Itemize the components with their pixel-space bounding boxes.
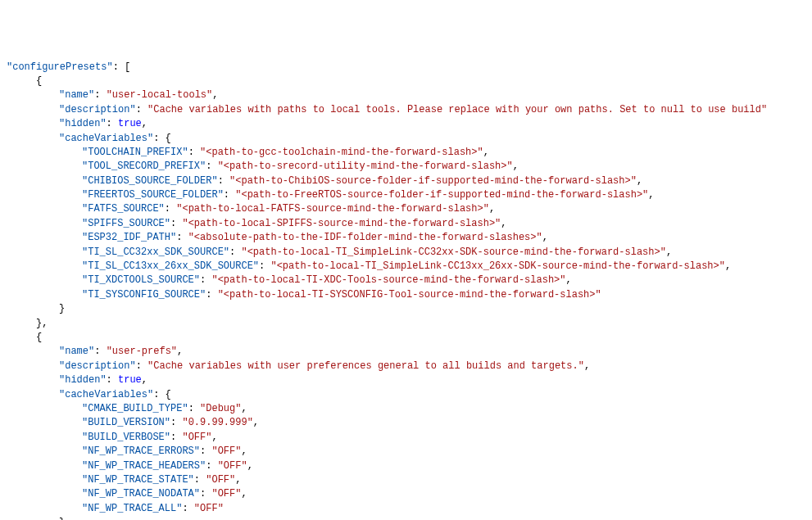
- cache-variable-line: "TOOLCHAIN_PREFIX": "<path-to-gcc-toolch…: [7, 146, 805, 160]
- cache-variable-line: "TI_SL_CC13xx_26xx_SDK_SOURCE": "<path-t…: [7, 260, 805, 274]
- cache-variable-line: "TI_SL_CC32xx_SDK_SOURCE": "<path-to-loc…: [7, 246, 805, 260]
- preset-cachevar-close: }: [7, 516, 805, 520]
- preset-open-brace: {: [7, 331, 805, 345]
- preset-name-line: "name": "user-prefs",: [7, 345, 805, 359]
- cache-variable-line: "SPIFFS_SOURCE": "<path-to-local-SPIFFS-…: [7, 217, 805, 231]
- preset-name-line: "name": "user-local-tools",: [7, 88, 805, 102]
- cache-variable-line: "TI_SYSCONFIG_SOURCE": "<path-to-local-T…: [7, 288, 805, 302]
- cache-variable-line: "NF_WP_TRACE_HEADERS": "OFF",: [7, 459, 805, 473]
- cache-variable-line: "ESP32_IDF_PATH": "<absolute-path-to-the…: [7, 231, 805, 245]
- cache-variable-line: "FREERTOS_SOURCE_FOLDER": "<path-to-Free…: [7, 188, 805, 202]
- cache-variable-line: "CMAKE_BUILD_TYPE": "Debug",: [7, 402, 805, 416]
- cache-variable-line: "NF_WP_TRACE_ERRORS": "OFF",: [7, 445, 805, 459]
- cache-variable-line: "TOOL_SRECORD_PREFIX": "<path-to-srecord…: [7, 160, 805, 174]
- preset-cachevar-close: }: [7, 302, 805, 316]
- cache-variable-line: "BUILD_VERBOSE": "OFF",: [7, 431, 805, 445]
- cache-variable-line: "BUILD_VERSION": "0.9.99.999",: [7, 416, 805, 430]
- cache-variable-line: "CHIBIOS_SOURCE_FOLDER": "<path-to-Chibi…: [7, 174, 805, 188]
- cache-variable-line: "FATFS_SOURCE": "<path-to-local-FATFS-so…: [7, 202, 805, 216]
- preset-hidden-line: "hidden": true,: [7, 117, 805, 131]
- cache-variable-line: "NF_WP_TRACE_ALL": "OFF": [7, 502, 805, 516]
- json-code-block: "configurePresets": [{"name": "user-loca…: [7, 61, 805, 520]
- preset-cachevar-open: "cacheVariables": {: [7, 132, 805, 146]
- preset-cachevar-open: "cacheVariables": {: [7, 388, 805, 402]
- root-key-line: "configurePresets": [: [7, 61, 805, 75]
- cache-variable-line: "NF_WP_TRACE_STATE": "OFF",: [7, 473, 805, 487]
- preset-hidden-line: "hidden": true,: [7, 373, 805, 387]
- preset-close-brace: },: [7, 317, 805, 331]
- preset-description-line: "description": "Cache variables with pat…: [7, 103, 805, 117]
- preset-description-line: "description": "Cache variables with use…: [7, 359, 805, 373]
- cache-variable-line: "NF_WP_TRACE_NODATA": "OFF",: [7, 487, 805, 501]
- preset-open-brace: {: [7, 75, 805, 88]
- cache-variable-line: "TI_XDCTOOLS_SOURCE": "<path-to-local-TI…: [7, 274, 805, 287]
